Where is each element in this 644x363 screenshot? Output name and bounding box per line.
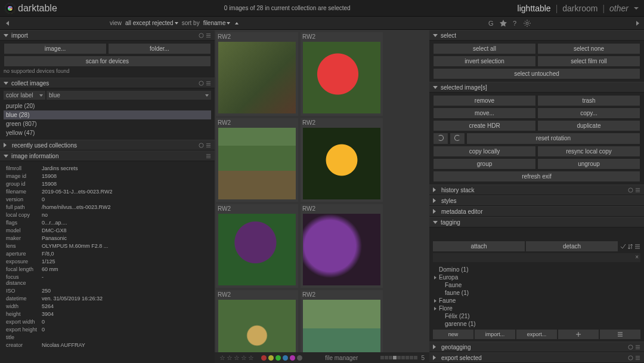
star-overlay-icon[interactable] [500, 20, 507, 27]
tag-tree-item[interactable]: Domino (1) [434, 266, 640, 273]
tag-menu-button[interactable] [600, 330, 640, 339]
import-tags-button[interactable]: import... [475, 330, 515, 339]
add-tag-button[interactable] [558, 330, 599, 339]
thumbnail-scroll[interactable]: RW2RW2RW2RW2RW2RW2RW2RW2RW2RW2RW2RW2RW2R… [215, 30, 429, 352]
section-collect[interactable]: collect images [0, 78, 215, 88]
collect-filter-item[interactable]: purple (20) [4, 101, 211, 110]
select-none-button[interactable]: select none [537, 43, 640, 54]
view-filter-dropdown[interactable]: all except rejected [125, 20, 178, 26]
color-dot-yellow[interactable] [268, 355, 274, 361]
star-icon[interactable]: ☆ [219, 354, 225, 362]
reset-icon[interactable] [199, 143, 204, 148]
help-icon[interactable]: ? [512, 20, 519, 27]
section-select[interactable]: select [429, 30, 644, 41]
create-hdr-button[interactable]: create HDR [433, 120, 536, 131]
thumbnail[interactable]: RW2 [216, 32, 298, 116]
tab-lighttable[interactable]: lighttable [518, 4, 551, 13]
tag-tree-icon[interactable] [634, 244, 640, 250]
section-selected-images[interactable]: selected image[s] [429, 82, 644, 93]
color-dot-grey[interactable] [297, 355, 302, 361]
duplicate-button[interactable]: duplicate [537, 120, 640, 131]
rating-stars[interactable]: ☆ ☆ ☆ ☆ ☆ [219, 354, 254, 362]
trash-button[interactable]: trash [537, 95, 640, 106]
tag-check-icon[interactable] [620, 244, 626, 250]
reset-icon[interactable] [628, 344, 633, 350]
tag-tree-item[interactable]: Europa [434, 273, 640, 281]
preset-icon[interactable] [635, 187, 640, 193]
invert-selection-button[interactable]: invert selection [433, 56, 536, 67]
tag-tree-item[interactable]: Félix (21) [434, 312, 640, 320]
tag-tree-item[interactable]: Faune [434, 281, 640, 289]
section-tagging[interactable]: tagging [429, 217, 644, 227]
zoom-slider[interactable] [380, 356, 417, 359]
thumbnail[interactable]: RW2 [216, 118, 298, 202]
rotate-cw-button[interactable] [450, 133, 465, 144]
attach-tag-button[interactable]: attach [433, 241, 525, 251]
section-export-selected[interactable]: export selected [429, 352, 644, 363]
section-history-stack[interactable]: history stack [429, 184, 644, 195]
tag-search-input[interactable] [433, 253, 640, 262]
copy-locally-button[interactable]: copy locally [433, 146, 536, 157]
layout-mode-label[interactable]: file manager [325, 355, 358, 361]
star-icon[interactable]: ☆ [227, 354, 233, 362]
group-button[interactable]: group [433, 158, 536, 170]
section-image-information[interactable]: image information [0, 150, 215, 161]
select-untouched-button[interactable]: select untouched [433, 68, 640, 79]
collapse-right-icon[interactable] [636, 21, 639, 26]
resync-local-button[interactable]: resync local copy [537, 146, 640, 157]
tab-other[interactable]: other [609, 4, 628, 13]
new-tag-button[interactable]: new [433, 330, 473, 339]
thumbnail[interactable]: RW2 [216, 204, 298, 288]
reset-icon[interactable] [199, 81, 204, 86]
export-tags-button[interactable]: export... [516, 330, 557, 339]
gear-icon[interactable] [524, 20, 531, 27]
move-button[interactable]: move... [433, 107, 536, 119]
thumbnail[interactable]: RW2 [301, 118, 383, 202]
collapse-left-icon[interactable] [6, 21, 9, 26]
reset-rotation-button[interactable]: reset rotation [466, 133, 640, 144]
preset-icon[interactable] [635, 344, 640, 350]
tag-sort-icon[interactable] [627, 244, 633, 250]
rotate-ccw-button[interactable] [433, 133, 448, 144]
preset-icon[interactable] [206, 33, 211, 38]
color-dot-red[interactable] [261, 355, 267, 361]
tree-expand-icon[interactable] [434, 299, 436, 303]
color-dot-purple[interactable] [290, 355, 295, 361]
ungroup-button[interactable]: ungroup [537, 158, 640, 170]
overlay-letter-icon[interactable]: G [488, 20, 495, 27]
color-dot-blue[interactable] [283, 355, 288, 361]
import-folder-button[interactable]: folder... [108, 43, 211, 54]
clear-search-icon[interactable]: × [635, 254, 639, 260]
chevron-down-icon[interactable] [633, 5, 639, 11]
star-icon[interactable]: ☆ [248, 354, 254, 362]
section-styles[interactable]: styles [429, 195, 644, 206]
color-dot-green[interactable] [275, 355, 281, 361]
thumbnail[interactable]: RW2 [301, 290, 383, 352]
collect-field-dropdown[interactable]: color label [4, 91, 45, 100]
thumbnail[interactable]: RW2 [216, 290, 298, 352]
collect-filter-item[interactable]: blue (28) [4, 110, 211, 119]
tag-tree-item[interactable]: Faune [434, 297, 640, 304]
collect-filter-item[interactable]: green (807) [4, 119, 211, 128]
select-all-button[interactable]: select all [433, 43, 536, 54]
remove-button[interactable]: remove [433, 95, 536, 106]
thumbnail[interactable]: RW2 [301, 32, 383, 116]
tree-expand-icon[interactable] [434, 307, 436, 310]
select-filmroll-button[interactable]: select film roll [537, 56, 640, 67]
sort-order-toggle[interactable] [234, 20, 239, 26]
section-recently-used[interactable]: recently used collections [0, 140, 215, 150]
thumbnail[interactable]: RW2 [301, 204, 383, 288]
reset-icon[interactable] [628, 187, 633, 193]
collect-value-dropdown[interactable]: blue [47, 91, 211, 100]
section-geotagging[interactable]: geotagging [429, 342, 644, 352]
refresh-exif-button[interactable]: refresh exif [433, 171, 640, 182]
section-metadata-editor[interactable]: metadata editor [429, 206, 644, 217]
scan-devices-button[interactable]: scan for devices [4, 56, 211, 67]
reset-icon[interactable] [628, 355, 633, 361]
import-image-button[interactable]: image... [4, 43, 107, 54]
preset-icon[interactable] [635, 355, 640, 361]
detach-tag-button[interactable]: detach [526, 241, 618, 251]
sort-field-dropdown[interactable]: filename [203, 20, 231, 26]
preset-icon[interactable] [206, 143, 211, 148]
star-icon[interactable]: ☆ [241, 354, 247, 362]
